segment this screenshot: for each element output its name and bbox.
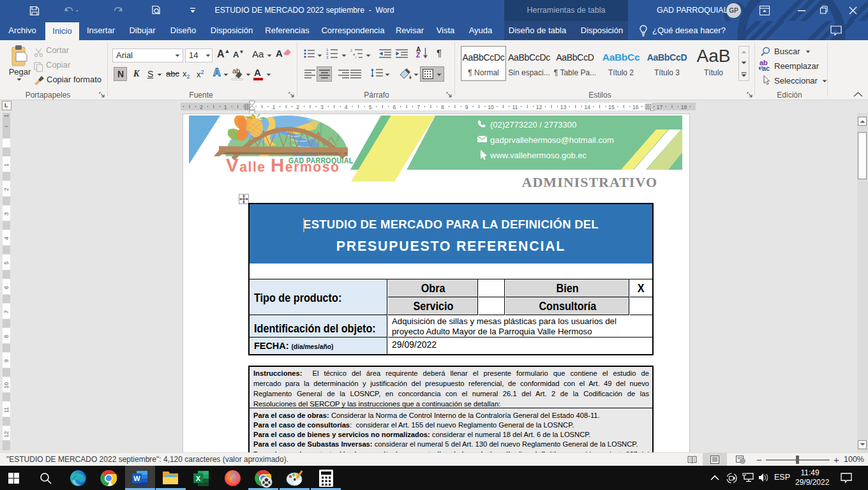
svg-text:12: 12 [3, 431, 10, 438]
svg-text:17: 17 [657, 104, 663, 110]
svg-text:10: 10 [3, 382, 10, 389]
svg-text:2: 2 [200, 104, 203, 110]
svg-text:9: 9 [465, 104, 468, 110]
svg-text:12: 12 [536, 104, 542, 110]
svg-text:10: 10 [488, 104, 494, 110]
svg-text:1: 1 [3, 114, 10, 117]
svg-text:2: 2 [296, 104, 299, 110]
svg-text:7: 7 [417, 104, 420, 110]
svg-text:7: 7 [3, 310, 10, 313]
svg-text:11: 11 [3, 407, 10, 413]
svg-text:9: 9 [3, 359, 10, 362]
svg-text:8: 8 [441, 104, 444, 110]
svg-text:4: 4 [345, 104, 348, 110]
svg-text:1: 1 [224, 104, 227, 110]
svg-text:6: 6 [393, 104, 396, 110]
svg-text:5: 5 [3, 261, 10, 264]
svg-text:3: 3 [3, 212, 10, 216]
svg-text:1: 1 [272, 104, 275, 110]
svg-text:15: 15 [608, 104, 615, 110]
svg-text:i: i [355, 56, 356, 59]
svg-text:W: W [133, 475, 140, 482]
svg-text:2: 2 [3, 188, 10, 191]
svg-text:5: 5 [369, 104, 372, 110]
svg-text:1: 1 [3, 163, 10, 167]
svg-text:14: 14 [584, 104, 590, 110]
svg-text:16: 16 [632, 104, 639, 110]
svg-text:X: X [196, 475, 201, 482]
svg-text:4: 4 [3, 237, 10, 240]
svg-text:13: 13 [560, 104, 567, 110]
svg-text:3: 3 [320, 104, 324, 110]
svg-text:3: 3 [326, 56, 329, 59]
svg-text:6: 6 [3, 286, 10, 289]
svg-text:18: 18 [681, 104, 687, 110]
svg-text:8: 8 [3, 335, 10, 338]
svg-text:11: 11 [512, 104, 518, 110]
